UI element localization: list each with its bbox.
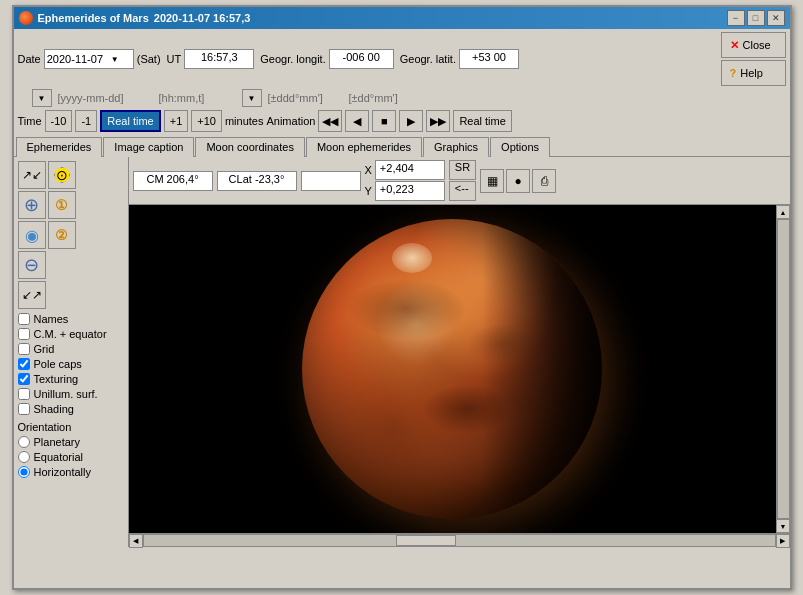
toolbar-icon-row-3: ◉ ② bbox=[18, 221, 124, 249]
date-dropdown-arrow: ▼ bbox=[111, 55, 119, 64]
tab-moon-coordinates[interactable]: Moon coordinates bbox=[195, 137, 304, 157]
y-value-field: +0,223 bbox=[375, 181, 445, 201]
nav-prev-button[interactable]: ◀ bbox=[345, 110, 369, 132]
date-field[interactable]: 2020-11-07 ▼ bbox=[44, 49, 134, 69]
main-window: Ephemerides of Mars 2020-11-07 16:57,3 −… bbox=[12, 5, 792, 590]
nav-next-button[interactable]: ▶ bbox=[399, 110, 423, 132]
scroll-down-button[interactable]: ▼ bbox=[776, 519, 790, 533]
window-subtitle: 2020-11-07 16:57,3 bbox=[154, 12, 251, 24]
minutes-label: minutes bbox=[225, 115, 264, 127]
unillum-surf-label: Unillum. surf. bbox=[34, 388, 98, 400]
sr-button[interactable]: SR bbox=[449, 160, 476, 180]
texturing-checkbox-item: Texturing bbox=[18, 373, 124, 385]
zoom-out-icon[interactable]: ↙↗ bbox=[18, 281, 46, 309]
nav-last-button[interactable]: ▶▶ bbox=[426, 110, 450, 132]
ut-field[interactable]: 16:57,3 bbox=[184, 49, 254, 69]
texturing-checkbox[interactable] bbox=[18, 373, 30, 385]
geog-lat-format-label: [±dd°mm'] bbox=[349, 92, 424, 104]
pole-caps-checkbox-item: Pole caps bbox=[18, 358, 124, 370]
plus-circle-icon[interactable]: ⊕ bbox=[18, 191, 46, 219]
tab-options[interactable]: Options bbox=[490, 137, 550, 157]
number-1-icon[interactable]: ① bbox=[48, 191, 76, 219]
shading-checkbox[interactable] bbox=[18, 403, 30, 415]
minus-circle-icon[interactable]: ⊖ bbox=[18, 251, 46, 279]
grid-label: Grid bbox=[34, 343, 55, 355]
title-bar: Ephemerides of Mars 2020-11-07 16:57,3 −… bbox=[14, 7, 790, 29]
side-buttons: ✕ Close ? Help bbox=[721, 32, 786, 86]
number-2-icon[interactable]: ② bbox=[48, 221, 76, 249]
pole-caps-checkbox[interactable] bbox=[18, 358, 30, 370]
clat-value: -23,3° bbox=[255, 173, 284, 185]
grid-checkbox[interactable] bbox=[18, 343, 30, 355]
unillum-surf-checkbox[interactable] bbox=[18, 388, 30, 400]
cm-equator-checkbox[interactable] bbox=[18, 328, 30, 340]
plus10-button[interactable]: +10 bbox=[191, 110, 222, 132]
names-checkbox-item: Names bbox=[18, 313, 124, 325]
ut-format-label: [hh:mm,t] bbox=[159, 92, 234, 104]
time-controls: Time -10 -1 Real time +1 +10 minutes Ani… bbox=[14, 110, 790, 132]
grid-checkbox-item: Grid bbox=[18, 343, 124, 355]
animation-label: Animation bbox=[266, 115, 315, 127]
ut-label: UT bbox=[167, 53, 182, 65]
toolbar-icon-row-4: ⊖ bbox=[18, 251, 124, 279]
mars-planet bbox=[302, 219, 602, 519]
title-bar-controls: − □ ✕ bbox=[727, 10, 785, 26]
tab-graphics[interactable]: Graphics bbox=[423, 137, 489, 157]
stop-button[interactable]: ■ bbox=[372, 110, 396, 132]
circle-icon[interactable]: ● bbox=[506, 169, 530, 193]
orientation-label: Orientation bbox=[18, 421, 124, 433]
tab-image-caption[interactable]: Image caption bbox=[103, 137, 194, 157]
shading-checkbox-item: Shading bbox=[18, 403, 124, 415]
x-label: X bbox=[365, 164, 372, 176]
scroll-up-button[interactable]: ▲ bbox=[776, 205, 790, 219]
maximize-button[interactable]: □ bbox=[747, 10, 765, 26]
main-area: ↗↙ ⊙ ⊕ ① ◉ ② ⊖ ↙↗ Names bbox=[14, 157, 790, 547]
scroll-thumb-h[interactable] bbox=[396, 535, 456, 546]
horizontal-scrollbar[interactable]: ◀ ▶ bbox=[129, 533, 790, 547]
scroll-left-button[interactable]: ◀ bbox=[129, 534, 143, 548]
scroll-track-h[interactable] bbox=[143, 534, 776, 547]
scroll-right-button[interactable]: ▶ bbox=[776, 534, 790, 548]
close-button[interactable]: ✕ Close bbox=[721, 32, 786, 58]
minus1-button[interactable]: -1 bbox=[75, 110, 97, 132]
help-button[interactable]: ? Help bbox=[721, 60, 786, 86]
planetary-label: Planetary bbox=[34, 436, 80, 448]
mars-terminator bbox=[302, 219, 602, 519]
target-icon[interactable]: ⊙ bbox=[48, 161, 76, 189]
vertical-scrollbar[interactable]: ▲ ▼ bbox=[776, 205, 790, 533]
names-label: Names bbox=[34, 313, 69, 325]
minus10-button[interactable]: -10 bbox=[45, 110, 73, 132]
zoom-in-icon[interactable]: ↗↙ bbox=[18, 161, 46, 189]
horizontally-label: Horizontally bbox=[34, 466, 91, 478]
horizontally-radio[interactable] bbox=[18, 466, 30, 478]
geog-long-dropdown[interactable]: ▼ bbox=[242, 89, 262, 107]
tab-ephemerides[interactable]: Ephemerides bbox=[16, 137, 103, 157]
geog-long-field[interactable]: -006 00 bbox=[329, 49, 394, 69]
film-icon[interactable]: ▦ bbox=[480, 169, 504, 193]
tab-moon-ephemerides[interactable]: Moon ephemerides bbox=[306, 137, 422, 157]
xy-coords: X +2,404 Y +0,223 bbox=[365, 160, 445, 201]
minimize-button[interactable]: − bbox=[727, 10, 745, 26]
geog-lat-field[interactable]: +53 00 bbox=[459, 49, 519, 69]
mars-icon bbox=[19, 11, 33, 25]
window-close-button[interactable]: ✕ bbox=[767, 10, 785, 26]
date-group: Date 2020-11-07 ▼ (Sat) bbox=[18, 49, 161, 69]
scroll-track-v[interactable] bbox=[777, 219, 790, 519]
window-title: Ephemerides of Mars bbox=[38, 12, 149, 24]
date-format-dropdown[interactable]: ▼ bbox=[32, 89, 52, 107]
date-format-label: [yyyy-mm-dd] bbox=[58, 92, 148, 104]
time-label: Time bbox=[18, 115, 42, 127]
names-checkbox[interactable] bbox=[18, 313, 30, 325]
print-icon[interactable]: ⎙ bbox=[532, 169, 556, 193]
nav-first-button[interactable]: ◀◀ bbox=[318, 110, 342, 132]
equatorial-radio[interactable] bbox=[18, 451, 30, 463]
empty-coord-field bbox=[301, 171, 361, 191]
plus1-button[interactable]: +1 bbox=[164, 110, 189, 132]
geog-lat-label: Geogr. latit. bbox=[400, 53, 456, 65]
realtime2-button[interactable]: Real time bbox=[453, 110, 511, 132]
arrow-button[interactable]: <-- bbox=[449, 181, 476, 201]
planetary-radio[interactable] bbox=[18, 436, 30, 448]
day-label: (Sat) bbox=[137, 53, 161, 65]
realtime-button[interactable]: Real time bbox=[100, 110, 160, 132]
globe-icon[interactable]: ◉ bbox=[18, 221, 46, 249]
